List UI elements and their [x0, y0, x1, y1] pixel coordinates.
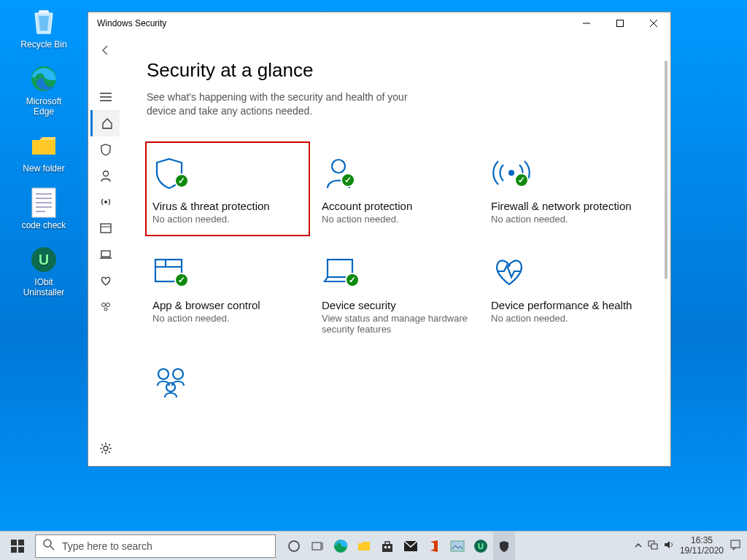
scrollbar[interactable]	[665, 61, 669, 466]
tile-title: Device performance & health	[491, 299, 641, 311]
taskbar: Type here to search U 16:35 19/11/2020	[0, 531, 747, 560]
sidebar-account[interactable]	[91, 163, 120, 189]
system-tray: 16:35 19/11/2020	[635, 536, 747, 555]
svg-rect-54	[382, 544, 392, 552]
person-icon	[99, 169, 112, 182]
tile-status: No action needed.	[152, 214, 303, 225]
desktop-icon-label: New folder	[16, 163, 71, 174]
search-input[interactable]: Type here to search	[35, 534, 276, 558]
tile-virus-threat[interactable]: ✓ Virus & threat protection No action ne…	[147, 143, 309, 235]
tile-firewall[interactable]: ✓ Firewall & network protection No actio…	[485, 143, 647, 235]
svg-line-32	[109, 451, 110, 453]
window-title: Windows Security	[97, 18, 166, 28]
taskbar-clock[interactable]: 16:35 19/11/2020	[680, 536, 724, 555]
svg-rect-0	[39, 10, 49, 14]
store-icon	[381, 540, 394, 553]
windows-security-window: Windows Security Security at a glance	[88, 12, 671, 467]
tile-app-browser[interactable]: ✓ App & browser control No action needed…	[147, 242, 309, 345]
taskbar-cortana[interactable]	[283, 532, 305, 561]
desktop-icon-label: IObit Uninstaller	[16, 277, 71, 298]
gear-icon	[99, 442, 112, 455]
sidebar-app-browser[interactable]	[91, 215, 120, 241]
svg-point-25	[104, 308, 107, 311]
tray-network[interactable]	[648, 540, 658, 552]
sidebar-home[interactable]	[90, 110, 120, 136]
svg-marker-63	[665, 541, 670, 548]
desktop-icon-code-check[interactable]: code check	[16, 187, 71, 230]
check-badge-icon: ✓	[345, 273, 360, 287]
back-button[interactable]	[91, 37, 120, 63]
laptop-icon	[99, 248, 112, 261]
tile-account-protection[interactable]: ✓ Account protection No action needed.	[316, 143, 478, 235]
sidebar-device-security[interactable]	[91, 241, 120, 268]
taskbar-edge[interactable]	[330, 532, 352, 561]
laptop-icon: ✓	[322, 252, 472, 289]
svg-point-48	[44, 540, 51, 547]
tile-family-options[interactable]	[147, 352, 309, 419]
window-controls	[570, 12, 670, 34]
tile-title: App & browser control	[152, 299, 303, 311]
edge-icon	[28, 63, 60, 95]
svg-rect-55	[384, 546, 387, 548]
tray-volume[interactable]	[664, 540, 674, 552]
check-badge-icon: ✓	[341, 173, 355, 187]
sidebar-family[interactable]	[91, 294, 120, 320]
taskbar-store[interactable]	[376, 532, 398, 561]
chevron-up-icon	[635, 542, 642, 549]
taskbar-office[interactable]	[423, 532, 445, 561]
tile-device-security[interactable]: ✓ Device security View status and manage…	[316, 242, 478, 345]
shield-icon	[498, 540, 511, 553]
desktop-icon-ms-edge[interactable]: Microsoft Edge	[16, 63, 71, 117]
taskbar-iobit[interactable]: U	[470, 532, 492, 561]
svg-rect-11	[617, 20, 624, 27]
desktop-icon-label: Microsoft Edge	[16, 96, 71, 117]
window-icon: ✓	[152, 252, 303, 289]
tray-notifications[interactable]	[729, 539, 741, 553]
sidebar-device-performance[interactable]	[91, 268, 120, 294]
tile-title: Device security	[322, 299, 472, 311]
sidebar	[88, 34, 123, 466]
tile-status: No action needed.	[322, 214, 472, 225]
family-icon	[99, 300, 112, 314]
office-icon	[427, 540, 441, 553]
content-area: Security at a glance See what's happenin…	[123, 34, 670, 466]
svg-point-36	[508, 170, 514, 176]
tile-device-performance[interactable]: Device performance & health No action ne…	[485, 242, 647, 345]
clock-time: 16:35	[680, 536, 724, 545]
taskbar-security[interactable]	[493, 532, 515, 561]
menu-icon	[100, 92, 112, 102]
close-button[interactable]	[637, 12, 670, 34]
tile-title: Account protection	[322, 200, 472, 212]
svg-rect-46	[11, 547, 17, 553]
taskbar-explorer[interactable]	[353, 532, 375, 561]
start-button[interactable]	[0, 532, 35, 561]
svg-point-26	[104, 446, 108, 451]
sidebar-settings[interactable]	[91, 435, 120, 462]
maximize-button[interactable]	[603, 12, 637, 34]
tray-overflow[interactable]	[635, 541, 642, 551]
sidebar-virus[interactable]	[91, 136, 120, 163]
clock-date: 19/11/2020	[680, 546, 724, 556]
svg-rect-19	[101, 224, 111, 233]
iobit-icon: U	[28, 244, 60, 276]
window-icon	[99, 222, 112, 235]
titlebar[interactable]: Windows Security	[88, 12, 670, 34]
desktop-icon-label: Recycle Bin	[16, 39, 71, 50]
tile-title: Firewall & network protection	[491, 200, 641, 212]
svg-rect-58	[451, 541, 464, 551]
desktop-icon-iobit[interactable]: U IObit Uninstaller	[16, 244, 71, 298]
folder-icon	[357, 539, 371, 553]
taskbar-taskview[interactable]	[306, 532, 328, 561]
family-icon	[152, 362, 303, 399]
person-icon: ✓	[322, 153, 472, 190]
desktop-icon-recycle-bin[interactable]: Recycle Bin	[16, 6, 71, 50]
desktop-icon-new-folder[interactable]: New folder	[16, 130, 71, 174]
shield-icon: ✓	[152, 153, 303, 190]
iobit-icon: U	[473, 539, 488, 553]
tile-title: Virus & threat protection	[152, 200, 303, 212]
minimize-button[interactable]	[570, 12, 603, 34]
menu-button[interactable]	[91, 84, 120, 110]
taskbar-app[interactable]	[446, 532, 468, 561]
taskbar-mail[interactable]	[400, 532, 422, 561]
sidebar-firewall[interactable]	[91, 189, 120, 215]
